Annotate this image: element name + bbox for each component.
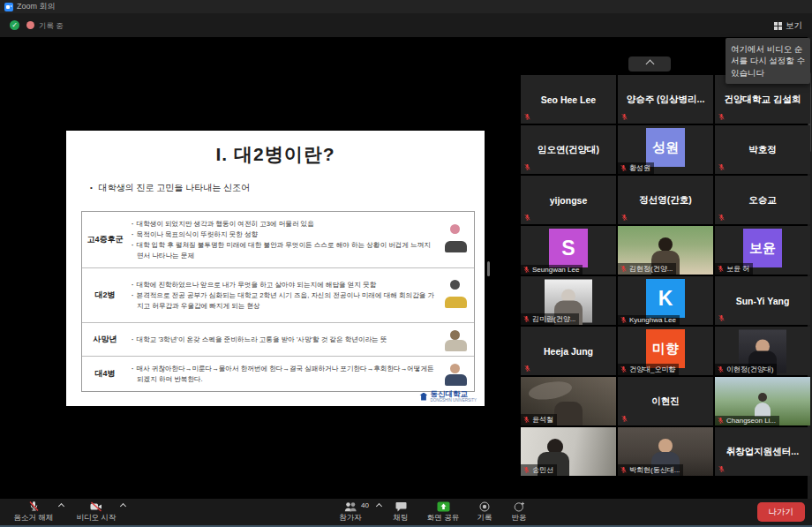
muted-mic-icon bbox=[620, 316, 628, 324]
unmute-label: 음소거 해제 bbox=[14, 513, 54, 523]
table-row: 고4증후군대학생이 되었지만 생각과 행동이 여전히 고3에 머물러 있음목적이… bbox=[82, 212, 474, 267]
grid-view-icon bbox=[774, 22, 782, 30]
participant-tile[interactable]: 이현진 bbox=[618, 377, 713, 425]
participant-tile[interactable]: 송민선 bbox=[521, 427, 616, 476]
participant-name: 박호정 bbox=[715, 125, 810, 174]
participant-tile[interactable]: KKyunghwa Lee bbox=[618, 276, 713, 325]
woman-thinking-clipart bbox=[437, 212, 474, 267]
row-item: 본격적으로 전공 공부가 심화되는 대학교 2학년 시기 즈음, 자신의 전공이… bbox=[130, 290, 435, 312]
table-row: 사망년대학교 '3학년'이 온갖 스펙을 준비하느라 고통을 받아 '사망'할 … bbox=[82, 322, 474, 355]
unmute-button[interactable]: 음소거 해제 bbox=[5, 499, 62, 525]
flying-eagle-clipart bbox=[437, 323, 474, 355]
participant-tile[interactable]: 보윤보윤 허 bbox=[715, 226, 810, 275]
participant-tile[interactable]: 양승주 (임상병리... bbox=[618, 75, 713, 124]
row-items: 대학생이 되었지만 생각과 행동이 여전히 고3에 머물러 있음목적이나 목표의… bbox=[128, 212, 437, 267]
university-logo: 동신대학교 DONGSHIN UNIVERSITY bbox=[419, 390, 477, 403]
participant-tile[interactable]: 성원황성원 bbox=[618, 125, 713, 174]
muted-mic-icon bbox=[717, 417, 725, 425]
chat-label: 채팅 bbox=[394, 513, 409, 523]
chat-button[interactable]: 채팅 bbox=[385, 499, 417, 525]
participant-label: 이현정(건양대) bbox=[715, 364, 777, 375]
participant-tile[interactable]: SSeungwan Lee bbox=[521, 226, 616, 275]
record-icon bbox=[479, 501, 490, 512]
record-label: 기록 bbox=[477, 513, 492, 523]
view-button[interactable]: 보기 bbox=[771, 18, 806, 34]
participant-tile[interactable]: Changseon Li... bbox=[715, 377, 810, 425]
participant-tile[interactable]: 김현정(건양... bbox=[618, 226, 713, 275]
muted-mic-icon bbox=[718, 465, 726, 473]
participant-name: 취창업지원센터... bbox=[715, 427, 810, 476]
muted-mic-icon bbox=[717, 265, 725, 273]
participant-avatar: 성원 bbox=[646, 128, 685, 167]
start-video-button[interactable]: 비디오 시작 bbox=[69, 499, 124, 525]
participant-tile[interactable]: Seo Hee Lee bbox=[521, 75, 616, 124]
leave-meeting-button[interactable]: 나가기 bbox=[757, 502, 806, 522]
participants-caret[interactable] bbox=[376, 503, 382, 509]
participant-label: 김미란(건양... bbox=[521, 313, 579, 325]
collapse-video-panel-button[interactable] bbox=[628, 56, 671, 72]
share-screen-button[interactable]: 화면 공유 bbox=[420, 499, 466, 525]
woman-laptop-clipart bbox=[437, 357, 474, 391]
participant-label: Kyunghwa Lee bbox=[618, 315, 680, 325]
muted-mic-icon bbox=[718, 314, 726, 322]
chevron-up-icon bbox=[645, 60, 654, 69]
video-options-caret[interactable] bbox=[120, 503, 126, 509]
participant-avatar: 미향 bbox=[646, 329, 685, 368]
muted-mic-icon bbox=[523, 214, 531, 222]
participant-name: Heeja Jung bbox=[521, 327, 616, 375]
participant-tile[interactable]: yijongse bbox=[521, 176, 616, 224]
row-label: 고4증후군 bbox=[82, 212, 128, 267]
muted-mic-icon bbox=[28, 501, 40, 512]
participant-name: yijongse bbox=[521, 176, 616, 224]
participant-avatar: S bbox=[549, 229, 588, 267]
participant-tile[interactable]: 취창업지원센터... bbox=[715, 427, 810, 476]
participant-name: Sun-Yi Yang bbox=[715, 276, 810, 325]
participant-tile[interactable]: 윤석철 bbox=[521, 377, 616, 425]
participant-tile[interactable]: 미향건양대_오미향 bbox=[618, 327, 713, 375]
muted-mic-icon bbox=[523, 365, 531, 373]
participant-label: 송민선 bbox=[521, 464, 557, 476]
row-label: 대2병 bbox=[82, 268, 128, 323]
participant-tile[interactable]: 정선영(간호) bbox=[618, 176, 713, 224]
reactions-button[interactable]: 반응 bbox=[503, 499, 535, 525]
encryption-shield-icon[interactable] bbox=[10, 20, 19, 30]
participants-count: 40 bbox=[361, 501, 369, 509]
mic-options-caret[interactable] bbox=[58, 503, 64, 509]
university-logo-english: DONGSHIN UNIVERSITY bbox=[430, 398, 477, 403]
participant-name: 양승주 (임상병리... bbox=[618, 75, 713, 124]
meeting-top-bar: 기록 중 보기 bbox=[0, 13, 812, 37]
participant-tile[interactable]: Sun-Yi Yang bbox=[715, 276, 810, 325]
participants-button[interactable]: 참가자 40 bbox=[325, 499, 376, 525]
participant-label: 건양대_오미향 bbox=[618, 364, 679, 375]
muted-mic-icon bbox=[620, 265, 628, 273]
muted-mic-icon bbox=[718, 214, 726, 222]
table-row: 대4병매사 귀찮아한다→미룬다→몰아서 한꺼번에 한다→결국 실패하거나 포기한… bbox=[82, 356, 474, 391]
slide-table: 고4증후군대학생이 되었지만 생각과 행동이 여전히 고3에 머물러 있음목적이… bbox=[81, 211, 475, 392]
participant-tile[interactable]: Heeja Jung bbox=[521, 327, 616, 375]
participant-tile[interactable]: 박희현(동신대... bbox=[618, 427, 713, 476]
participants-label: 참가자 bbox=[339, 513, 362, 523]
participant-tile[interactable]: 오승교 bbox=[715, 176, 810, 224]
share-screen-icon bbox=[437, 501, 450, 512]
participant-label: 보윤 허 bbox=[715, 263, 753, 275]
row-item: 대학에 진학하였으나 앞으로 내가 무엇을 하고 살아야 되는지에 해답을 얻지… bbox=[130, 280, 435, 290]
muted-mic-icon bbox=[523, 315, 530, 323]
participant-tile[interactable]: 김미란(건양... bbox=[521, 276, 616, 325]
row-label: 사망년 bbox=[82, 323, 128, 355]
start-video-label: 비디오 시작 bbox=[77, 513, 117, 523]
muted-mic-icon bbox=[620, 113, 628, 121]
row-item: 매사 귀찮아한다→미룬다→몰아서 한꺼번에 한다→결국 실패하거나 포기한다→후… bbox=[130, 364, 435, 385]
participant-label: 황성원 bbox=[618, 162, 654, 174]
panel-resize-handle[interactable] bbox=[487, 261, 490, 276]
zoom-app-icon bbox=[4, 3, 13, 11]
muted-mic-icon bbox=[718, 163, 726, 171]
reactions-icon bbox=[514, 501, 525, 512]
participant-tile[interactable]: 박호정 bbox=[715, 125, 810, 174]
participant-tile[interactable]: 이현정(건양대) bbox=[715, 327, 810, 375]
muted-mic-icon bbox=[620, 214, 628, 222]
participant-label: Changseon Li... bbox=[715, 416, 779, 425]
record-button[interactable]: 기록 bbox=[470, 499, 500, 525]
slide-title: I. 대2병이란? bbox=[66, 142, 485, 167]
muted-mic-icon bbox=[718, 113, 726, 121]
participant-tile[interactable]: 임오연(건양대) bbox=[521, 125, 616, 174]
